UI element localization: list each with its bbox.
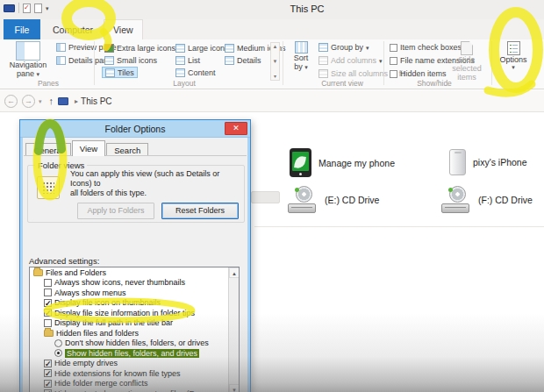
- setting-label: Always show menus: [54, 289, 126, 297]
- hide-selected-items-button[interactable]: Hide selected items: [447, 41, 487, 83]
- checkbox-icon[interactable]: [44, 319, 52, 327]
- new-folder-icon[interactable]: [34, 4, 42, 13]
- address-bar: ← → ▾ ↑ ▸ This PC: [0, 90, 544, 112]
- breadcrumb[interactable]: This PC: [81, 96, 112, 106]
- folder-options-dialog: Folder Options ✕ General View Search Fol…: [19, 119, 251, 392]
- forward-button[interactable]: →: [22, 95, 35, 108]
- setting-label: Display the full path in the title bar: [54, 318, 173, 327]
- advanced-setting-row[interactable]: Display the full path in the title bar: [30, 318, 239, 329]
- phone-icon: [290, 148, 311, 177]
- list-icon: [175, 56, 185, 65]
- cd-drive-icon: [288, 186, 318, 214]
- tab-search[interactable]: Search: [106, 143, 148, 156]
- group-by-button[interactable]: Group by ▾: [319, 43, 369, 52]
- hide-selected-items-icon: [461, 41, 473, 55]
- hidden-items-checkbox[interactable]: Hidden items: [390, 69, 447, 78]
- options-button[interactable]: Options ▾: [496, 41, 531, 83]
- options-icon: [507, 41, 520, 55]
- back-button[interactable]: ←: [4, 95, 18, 108]
- add-columns-button[interactable]: Add columns ▾: [319, 56, 383, 65]
- cd-drive-f-item[interactable]: (F:) CD Drive: [441, 186, 533, 214]
- group-by-icon: [319, 43, 328, 52]
- content-button[interactable]: Content: [173, 67, 218, 78]
- advanced-setting-row[interactable]: Always show icons, never thumbnails: [30, 278, 239, 289]
- tab-general[interactable]: General: [25, 143, 71, 156]
- list-button[interactable]: List: [173, 54, 203, 66]
- advanced-setting-row[interactable]: ✓Display file size information in folder…: [30, 308, 239, 318]
- up-button[interactable]: ↑: [49, 96, 54, 106]
- advanced-setting-row[interactable]: ✓Hide empty drives: [30, 359, 239, 369]
- cd-drive-e-item[interactable]: (E:) CD Drive: [288, 186, 379, 214]
- layout-gallery-scrollbar[interactable]: ▲ ▼ ▾: [270, 42, 280, 81]
- gallery-down-icon[interactable]: ▼: [273, 59, 278, 64]
- radio-icon[interactable]: [54, 339, 62, 347]
- pixys-iphone-item[interactable]: pixy's iPhone: [449, 149, 527, 175]
- advanced-setting-row[interactable]: Show hidden files, folders, and drives: [30, 348, 239, 359]
- add-columns-icon: [319, 56, 328, 65]
- properties-icon[interactable]: [23, 4, 31, 13]
- location-icon: [58, 97, 68, 105]
- checkbox-icon: [390, 70, 397, 78]
- setting-label: Files and Folders: [46, 268, 106, 277]
- tab-file[interactable]: File: [4, 19, 40, 39]
- sort-by-icon: [295, 41, 308, 53]
- checkbox-icon[interactable]: [44, 289, 52, 296]
- tiles-button[interactable]: Tiles: [102, 67, 138, 78]
- gallery-more-icon[interactable]: ▾: [274, 73, 276, 79]
- divider: [18, 3, 19, 13]
- advanced-setting-row[interactable]: Files and Folders: [30, 267, 239, 278]
- details-view-icon: [225, 56, 234, 65]
- checkbox-icon[interactable]: ✓: [44, 309, 52, 317]
- radio-icon[interactable]: [54, 349, 62, 357]
- setting-label: Display file size information in folder …: [54, 309, 195, 317]
- tab-computer[interactable]: Computer: [44, 19, 102, 39]
- tab-view[interactable]: View: [104, 19, 143, 39]
- folder-icon: [33, 269, 43, 276]
- checkbox-icon[interactable]: [44, 279, 52, 287]
- setting-label: Always show icons, never thumbnails: [54, 278, 185, 287]
- quick-access-toolbar: ▾: [4, 3, 49, 13]
- gallery-up-icon[interactable]: ▲: [273, 44, 278, 49]
- advanced-setting-row[interactable]: Don't show hidden files, folders, or dri…: [30, 339, 239, 349]
- details-view-button[interactable]: Details: [222, 54, 264, 66]
- manage-my-phone-item[interactable]: Manage my phone: [290, 148, 395, 177]
- panes-group-label: Panes: [18, 79, 79, 88]
- setting-label: Display file icon on thumbnails: [54, 298, 161, 307]
- apply-to-folders-button[interactable]: Apply to Folders: [77, 203, 154, 219]
- advanced-setting-row[interactable]: ✓Hide folder merge conflicts: [30, 379, 239, 389]
- iphone-icon: [449, 149, 466, 175]
- scroll-up-icon[interactable]: ▲: [229, 267, 240, 278]
- advanced-setting-row[interactable]: Always show menus: [30, 288, 239, 298]
- qat-customize-icon[interactable]: ▾: [46, 5, 49, 11]
- recent-locations-icon[interactable]: ▾: [39, 98, 42, 104]
- navigation-pane-button[interactable]: Navigation pane ▾: [5, 41, 51, 82]
- checkbox-icon[interactable]: ✓: [44, 360, 52, 367]
- setting-label: Hidden files and folders: [56, 329, 139, 338]
- checkbox-icon[interactable]: ✓: [44, 369, 52, 377]
- reset-folders-button[interactable]: Reset Folders: [161, 203, 239, 219]
- advanced-setting-row[interactable]: ✓Hide protected operating system files (…: [30, 388, 239, 392]
- dialog-title-bar[interactable]: Folder Options: [20, 120, 250, 138]
- advanced-setting-row[interactable]: ✓Hide extensions for known file types: [30, 368, 239, 379]
- current-view-group-label: Current view: [307, 79, 377, 88]
- setting-label: Show hidden files, folders, and drives: [65, 349, 199, 358]
- advanced-setting-row[interactable]: Hidden files and folders: [30, 328, 239, 339]
- group-separator: [383, 41, 384, 85]
- size-columns-icon: [319, 69, 328, 78]
- checkbox-icon[interactable]: ✓: [44, 380, 52, 388]
- extra-large-icons-button[interactable]: Extra large icons: [102, 42, 178, 53]
- advanced-settings-list[interactable]: ▲ ▼ Files and FoldersAlways show icons, …: [29, 267, 240, 392]
- tab-view-dialog[interactable]: View: [72, 140, 105, 156]
- close-icon[interactable]: ✕: [225, 122, 247, 135]
- small-icons-button[interactable]: Small icons: [102, 54, 160, 66]
- scroll-down-icon[interactable]: ▼: [229, 384, 240, 392]
- checkbox-icon[interactable]: ✓: [44, 299, 52, 307]
- list-scrollbar[interactable]: ▲ ▼: [228, 267, 239, 392]
- setting-label: Hide folder merge conflicts: [54, 379, 148, 388]
- dialog-title: Folder Options: [20, 120, 250, 134]
- navigation-pane-label: Navigation: [5, 61, 51, 69]
- sort-by-button[interactable]: Sort by ▾: [287, 41, 315, 82]
- window-title: This PC: [276, 4, 338, 14]
- advanced-setting-row[interactable]: ✓Display file icon on thumbnails: [30, 298, 239, 309]
- partially-hidden-tile[interactable]: [251, 191, 280, 203]
